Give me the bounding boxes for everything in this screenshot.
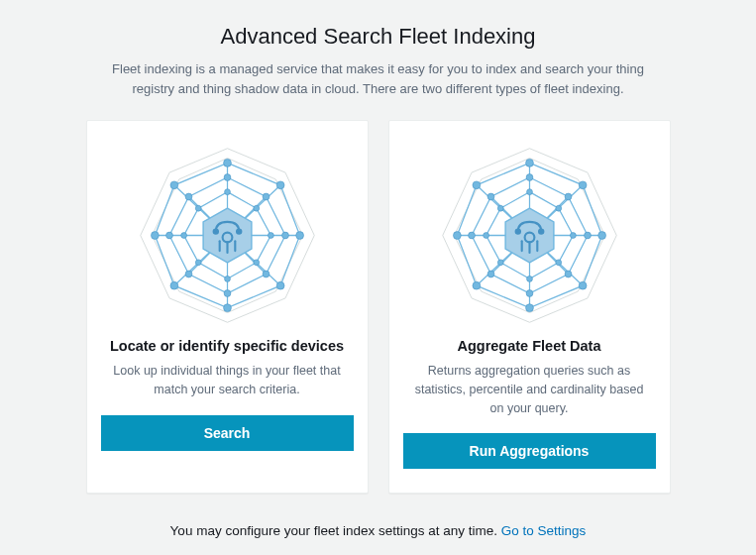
svg-point-82 [515,229,519,233]
svg-point-29 [253,260,259,266]
svg-point-13 [295,232,303,240]
svg-point-60 [472,181,480,189]
svg-point-65 [526,290,533,297]
svg-point-17 [151,232,159,240]
svg-point-69 [555,205,561,211]
svg-point-27 [253,205,259,211]
svg-point-75 [526,189,532,195]
search-card-title: Locate or identify specific devices [110,338,344,354]
svg-point-15 [223,304,231,312]
svg-point-28 [268,233,273,239]
svg-point-16 [169,281,177,289]
svg-marker-77 [505,208,554,263]
search-card: Locate or identify specific devices Look… [86,120,369,494]
svg-point-12 [276,181,284,189]
svg-point-66 [487,271,494,278]
svg-point-57 [525,304,533,312]
svg-point-33 [224,189,230,195]
search-button[interactable]: Search [101,415,354,451]
svg-point-22 [263,271,270,278]
svg-point-71 [555,260,561,266]
svg-point-63 [584,232,591,239]
aggregate-card-title: Aggregate Fleet Data [457,338,600,354]
run-aggregations-button[interactable]: Run Aggregations [403,433,656,469]
footer-text: You may configure your fleet index setti… [170,523,587,538]
go-to-settings-link[interactable]: Go to Settings [501,523,587,538]
svg-point-26 [185,193,192,200]
cards-row: Locate or identify specific devices Look… [32,120,724,494]
svg-point-55 [597,232,605,240]
aggregate-card: Aggregate Fleet Data Returns aggregation… [388,120,671,494]
svg-point-32 [195,205,201,211]
svg-point-61 [526,174,533,181]
svg-point-76 [526,276,532,281]
svg-point-40 [213,229,217,233]
page-description: Fleet indexing is a managed service that… [101,59,656,98]
svg-point-34 [224,276,230,281]
svg-point-64 [565,271,572,278]
svg-point-59 [453,232,461,240]
svg-point-19 [224,174,231,181]
svg-point-21 [281,232,288,239]
svg-point-58 [472,281,480,289]
svg-point-68 [487,193,494,200]
svg-point-41 [237,229,241,233]
fleet-globe-icon [123,139,331,332]
svg-point-24 [185,271,192,278]
svg-point-54 [579,181,587,189]
svg-point-14 [276,281,284,289]
aggregate-card-description: Returns aggregation queries such as stat… [403,362,656,417]
svg-point-74 [497,205,503,211]
svg-point-67 [468,232,475,239]
svg-point-30 [195,260,201,266]
svg-point-18 [169,181,177,189]
fleet-globe-icon [425,139,633,332]
svg-marker-35 [203,208,252,263]
svg-point-25 [165,232,172,239]
svg-point-73 [483,233,488,239]
svg-point-72 [497,260,503,266]
svg-point-23 [224,290,231,297]
page-title: Advanced Search Fleet Indexing [221,24,536,50]
search-card-description: Look up individual things in your fleet … [101,362,354,399]
svg-point-56 [579,281,587,289]
svg-point-11 [223,159,231,166]
svg-point-31 [180,233,186,239]
svg-point-20 [263,193,270,200]
svg-point-62 [565,193,572,200]
svg-point-53 [525,159,533,166]
footer-message: You may configure your fleet index setti… [170,523,497,538]
svg-point-83 [539,229,543,233]
svg-point-70 [570,233,576,239]
